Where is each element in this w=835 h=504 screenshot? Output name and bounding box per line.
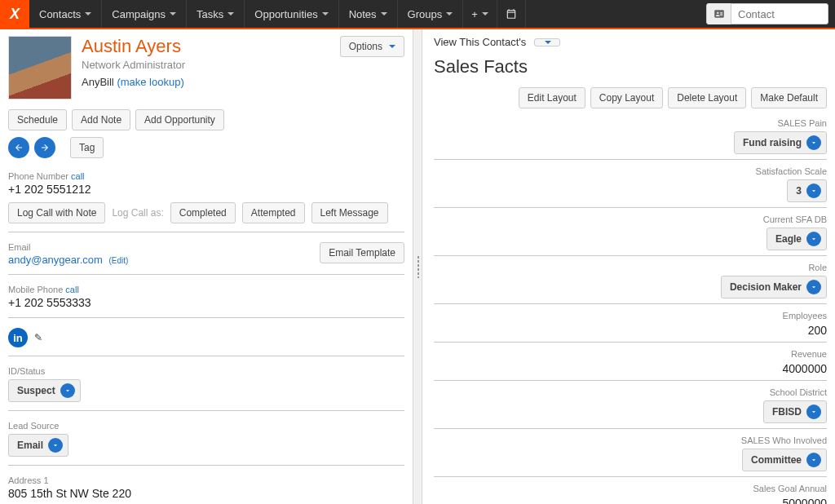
caret-icon [228,12,234,15]
caret-icon [482,12,488,15]
view-contacts-row: View This Contact's [434,36,827,48]
field-label: SALES Pain [434,118,827,128]
add-note-button[interactable]: Add Note [72,109,130,130]
nav-calendar[interactable] [497,0,526,28]
field-label: Revenue [434,349,827,359]
social-block: in ✎ [8,323,404,356]
field-who_involved: SALES Who InvolvedCommittee [434,432,827,477]
linkedin-icon[interactable]: in [8,328,28,347]
log-call-note-button[interactable]: Log Call with Note [8,202,105,223]
plus-icon: + [471,8,478,20]
nav-add[interactable]: + [463,0,497,28]
phone-value: +1 202 5551212 [8,183,404,196]
search-type-button[interactable] [707,3,731,24]
arrow-right-icon [40,143,50,153]
chevron-down-icon [48,438,63,453]
mobile-call-link[interactable]: call [65,285,79,294]
nav-label: Contacts [39,8,81,20]
email-template-button[interactable]: Email Template [320,242,404,263]
leadsource-select[interactable]: Email [8,434,68,457]
field-value: 5000000 [434,497,827,504]
completed-button[interactable]: Completed [170,202,236,223]
field-sales_goal: Sales Goal Annual5000000 [434,480,827,504]
options-label: Options [349,41,382,52]
chevron-down-icon [806,405,821,419]
field-sfa_db: Current SFA DBEagle [434,211,827,256]
caret-icon [446,12,453,15]
chevron-down-icon [806,280,821,294]
address1-block: Address 1 805 15th St NW Ste 220 [8,471,404,504]
details-pane: View This Contact's Sales Facts Edit Lay… [422,29,835,504]
address1-label: Address 1 [8,475,404,485]
schedule-button[interactable]: Schedule [8,109,67,130]
nav-contacts[interactable]: Contacts [29,0,102,28]
make-default-button[interactable]: Make Default [751,87,827,108]
field-value: 4000000 [434,362,827,375]
copy-layout-button[interactable]: Copy Layout [590,87,663,108]
nav-items: Contacts Campaigns Tasks Opportunities N… [29,0,526,28]
caret-icon [170,12,176,15]
edit-layout-button[interactable]: Edit Layout [519,87,585,108]
email-label: Email [8,242,128,252]
nav-label: Tasks [197,8,223,20]
search-input[interactable] [731,4,797,24]
nav-notes[interactable]: Notes [339,0,398,28]
view-contacts-select[interactable] [534,38,560,46]
leadsource-label: Lead Source [8,421,404,431]
mobile-value: +1 202 5553333 [8,296,404,309]
field-role-select[interactable]: Decision Maker [721,276,827,298]
field-label: Sales Goal Annual [434,484,827,493]
field-sfa_db-select[interactable]: Eagle [767,228,827,250]
field-who_involved-select[interactable]: Committee [742,449,827,471]
edit-social-icon[interactable]: ✎ [34,332,42,343]
idstatus-block: ID/Status Suspect [8,361,404,411]
app-logo[interactable]: X [0,0,29,29]
avatar[interactable] [8,36,72,99]
nav-campaigns[interactable]: Campaigns [102,0,187,28]
field-school_district: School DistrictFBISD [434,384,827,429]
nav-label: Campaigns [112,8,166,20]
phone-label: Phone Number call [8,171,404,181]
field-satisfaction-select[interactable]: 3 [787,179,827,202]
chevron-down-icon [60,383,75,398]
lookup-link[interactable]: (make lookup) [117,76,183,88]
contact-header: Austin Ayers Network Administrator AnyBi… [8,36,404,99]
nav-tasks[interactable]: Tasks [187,0,245,28]
call-link[interactable]: call [71,171,85,181]
search-box [706,3,828,24]
options-button[interactable]: Options [340,36,404,57]
arrow-left-icon [14,143,24,153]
chevron-down-icon [806,135,821,150]
section-title: Sales Facts [434,56,827,77]
tag-button[interactable]: Tag [70,137,104,158]
delete-layout-button[interactable]: Delete Layout [668,87,746,108]
field-label: Current SFA DB [434,214,827,224]
nav-label: Opportunities [254,8,317,20]
email-value[interactable]: andy@anygear.com [8,254,103,266]
nav-opportunities[interactable]: Opportunities [245,0,338,28]
chevron-down-icon [806,183,821,198]
contact-icon [714,8,725,20]
field-label: Employees [434,311,827,321]
field-role: RoleDecision Maker [434,259,827,304]
idstatus-value: Suspect [17,385,55,396]
next-contact-button[interactable] [34,137,55,158]
field-value: Decision Maker [730,281,802,293]
attempted-button[interactable]: Attempted [242,202,305,223]
leadsource-value: Email [17,440,43,451]
nav-groups[interactable]: Groups [398,0,464,28]
email-edit[interactable]: (Edit) [108,256,128,265]
pane-resize-handle[interactable] [413,29,422,504]
view-contacts-label: View This Contact's [434,36,526,48]
leadsource-block: Lead Source Email [8,416,404,466]
prev-contact-button[interactable] [8,137,29,158]
contact-nav-actions: Tag [8,137,404,158]
caret-icon [381,12,387,15]
field-school_district-select[interactable]: FBISD [763,400,827,423]
field-sales_pain-select[interactable]: Fund raising [734,131,827,154]
left-message-button[interactable]: Left Message [311,202,388,223]
field-value: Committee [751,454,802,466]
add-opportunity-button[interactable]: Add Opportunity [135,109,224,130]
idstatus-select[interactable]: Suspect [8,379,81,402]
caret-icon [85,12,91,15]
